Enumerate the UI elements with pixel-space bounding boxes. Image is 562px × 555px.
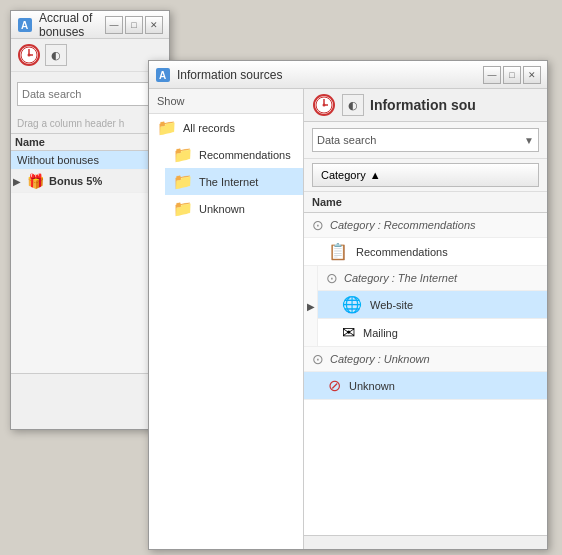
info-close-btn[interactable]: ✕ xyxy=(523,66,541,84)
bonuses-titlebar: A Accrual of bonuses — □ ✕ xyxy=(11,11,169,39)
bonuses-row-1-text: Without bonuses xyxy=(17,154,163,166)
dropdown-arrow-icon: ▼ xyxy=(524,135,534,146)
svg-text:A: A xyxy=(21,20,28,31)
info-col-name: Name xyxy=(304,192,547,213)
category-internet-label: Category : The Internet xyxy=(344,272,457,284)
category-header-internet: ⊙ Category : The Internet xyxy=(318,266,547,291)
tree-item-unknown[interactable]: 📁 Unknown xyxy=(165,195,303,222)
info-header-text: Information sou xyxy=(370,97,539,113)
category-header-recommendations: ⊙ Category : Recommendations xyxy=(304,213,547,238)
folder-icon: 📁 xyxy=(173,145,193,164)
row-indicator: ▶ xyxy=(13,176,21,187)
bonuses-toolbar: ◐ xyxy=(11,39,169,72)
unknown-icon: ⊘ xyxy=(328,376,341,395)
info-nav-btn[interactable]: ◐ xyxy=(342,94,364,116)
drag-hint: Drag a column header h xyxy=(11,116,169,134)
category-button[interactable]: Category ▲ xyxy=(312,163,539,187)
info-tree-panel: Show 📁 All records 📁 Recommendations 📁 T… xyxy=(149,89,304,549)
section-arrow-area: ▶ xyxy=(304,266,318,347)
info-maximize-btn[interactable]: □ xyxy=(503,66,521,84)
info-body: Show 📁 All records 📁 Recommendations 📁 T… xyxy=(149,89,547,549)
mailing-icon: ✉ xyxy=(342,323,355,342)
bonuses-scrollbar[interactable] xyxy=(11,373,169,387)
bonuses-close-btn[interactable]: ✕ xyxy=(145,16,163,34)
list-item[interactable]: ▶ 🎁 Bonus 5% xyxy=(11,170,169,193)
info-scrollbar[interactable] xyxy=(304,535,547,549)
folder-icon: 📁 xyxy=(173,172,193,191)
svg-point-13 xyxy=(323,104,326,107)
bonuses-search-area xyxy=(11,72,169,116)
bonuses-col-name: Name xyxy=(11,134,169,151)
info-window-title: Information sources xyxy=(177,68,483,82)
bonuses-window-icon: A xyxy=(17,17,33,33)
tree-empty xyxy=(149,222,303,472)
tree-item-recommendations[interactable]: 📁 Recommendations xyxy=(165,141,303,168)
category-btn-arrow: ▲ xyxy=(370,169,381,181)
data-row-website[interactable]: 🌐 Web-site xyxy=(318,291,547,319)
info-window-icon: A xyxy=(155,67,171,83)
tree-label-unknown: Unknown xyxy=(199,203,245,215)
info-minimize-btn[interactable]: — xyxy=(483,66,501,84)
category-header-unknown: ⊙ Category : Unknown xyxy=(304,347,547,372)
bonuses-empty-area xyxy=(11,193,169,373)
bonuses-search-input[interactable] xyxy=(17,82,163,106)
search-dropdown-text: Data search xyxy=(317,134,376,146)
category-recommendations-label: Category : Recommendations xyxy=(330,219,476,231)
gift-icon: 🎁 xyxy=(27,173,43,189)
accrual-bonuses-window: A Accrual of bonuses — □ ✕ ◐ Drag a colu… xyxy=(10,10,170,430)
svg-point-6 xyxy=(28,54,31,57)
data-row-unknown[interactable]: ⊘ Unknown xyxy=(304,372,547,400)
tree-label-all: All records xyxy=(183,122,235,134)
internet-section: ▶ ⊙ Category : The Internet 🌐 Web-site ✉ xyxy=(304,266,547,347)
folder-icon: 📁 xyxy=(157,118,177,137)
bonuses-row-2-text: Bonus 5% xyxy=(49,175,163,187)
info-search-dropdown[interactable]: Data search ▼ xyxy=(312,128,539,152)
bonuses-window-title: Accrual of bonuses xyxy=(39,11,105,39)
recommendations-icon: 📋 xyxy=(328,242,348,261)
section-arrow-icon: ▶ xyxy=(307,301,315,312)
tree-item-internet[interactable]: 📁 The Internet xyxy=(165,168,303,195)
info-toolbar: ◐ Information sou xyxy=(304,89,547,122)
data-row-mailing[interactable]: ✉ Mailing xyxy=(318,319,547,347)
info-search-row: Data search ▼ xyxy=(304,122,547,159)
tree-panel-header: Show xyxy=(149,89,303,114)
info-titlebar: A Information sources — □ ✕ xyxy=(149,61,547,89)
website-icon: 🌐 xyxy=(342,295,362,314)
category-internet-icon: ⊙ xyxy=(326,270,338,286)
recommendations-text: Recommendations xyxy=(356,246,448,258)
bonuses-minimize-btn[interactable]: — xyxy=(105,16,123,34)
clock-icon xyxy=(17,43,41,67)
information-sources-window: A Information sources — □ ✕ Show 📁 All r… xyxy=(148,60,548,550)
folder-icon: 📁 xyxy=(173,199,193,218)
category-unknown-icon: ⊙ xyxy=(312,351,324,367)
category-btn-row: Category ▲ xyxy=(304,159,547,192)
internet-content: ⊙ Category : The Internet 🌐 Web-site ✉ M… xyxy=(318,266,547,347)
bonuses-nav-btn[interactable]: ◐ xyxy=(45,44,67,66)
category-btn-label: Category xyxy=(321,169,366,181)
category-unknown-label: Category : Unknown xyxy=(330,353,430,365)
info-clock-icon xyxy=(312,93,336,117)
bonuses-maximize-btn[interactable]: □ xyxy=(125,16,143,34)
data-row-recommendations[interactable]: 📋 Recommendations xyxy=(304,238,547,266)
list-item[interactable]: Without bonuses xyxy=(11,151,169,170)
unknown-text: Unknown xyxy=(349,380,395,392)
bonuses-window-controls: — □ ✕ xyxy=(105,16,163,34)
content-padding xyxy=(304,400,547,440)
info-main-panel: ◐ Information sou Data search ▼ Category… xyxy=(304,89,547,549)
tree-label-internet: The Internet xyxy=(199,176,258,188)
tree-item-all[interactable]: 📁 All records xyxy=(149,114,303,141)
website-text: Web-site xyxy=(370,299,413,311)
svg-text:A: A xyxy=(159,70,166,81)
tree-label-recommendations: Recommendations xyxy=(199,149,291,161)
category-recommendations-icon: ⊙ xyxy=(312,217,324,233)
info-window-controls: — □ ✕ xyxy=(483,66,541,84)
mailing-text: Mailing xyxy=(363,327,398,339)
info-content-area: ⊙ Category : Recommendations 📋 Recommend… xyxy=(304,213,547,535)
